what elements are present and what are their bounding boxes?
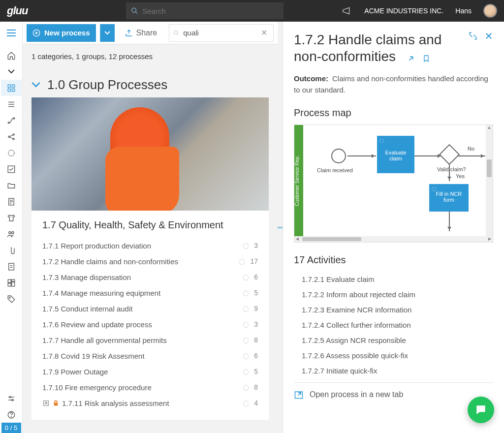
expand-icon[interactable] bbox=[469, 31, 477, 40]
help-icon[interactable] bbox=[1, 406, 22, 423]
list-item[interactable]: 1.7.5 Conduct internal audit◌9 bbox=[42, 301, 258, 316]
panel-resizer[interactable]: || bbox=[278, 22, 283, 433]
filter-input[interactable] bbox=[183, 29, 255, 37]
share-icon[interactable] bbox=[1, 128, 22, 145]
gateway[interactable] bbox=[439, 144, 460, 165]
arrow bbox=[458, 155, 485, 156]
diagram-hscrollbar[interactable]: ◀▶ bbox=[294, 236, 493, 242]
svg-rect-5 bbox=[12, 89, 14, 91]
breadcrumb: 1 categories, 1 groups, 12 processes bbox=[23, 44, 278, 68]
grid-icon[interactable] bbox=[1, 80, 22, 96]
user-name[interactable]: Hans bbox=[455, 7, 472, 15]
list-item[interactable]: 1.7.6 Review and update process◌3 bbox=[42, 316, 258, 332]
list-item[interactable]: 1.7.1 Report production deviation◌3 bbox=[42, 238, 258, 253]
activity-item[interactable]: 1.7.2.1 Evaluate claim bbox=[294, 272, 493, 287]
lock-icon bbox=[53, 400, 59, 407]
svg-rect-27 bbox=[11, 282, 14, 286]
subgroup-title[interactable]: 1.7 Quality, Health, Safety & Environmen… bbox=[42, 219, 258, 231]
svg-point-13 bbox=[13, 138, 14, 140]
no-label: No bbox=[468, 146, 474, 152]
open-new-tab-label: Open process in a new tab bbox=[310, 390, 403, 399]
list-item[interactable]: 1.7.10 Fire emergency procedure◌8 bbox=[42, 379, 258, 395]
chat-icon bbox=[474, 403, 487, 416]
external-link-icon[interactable] bbox=[407, 54, 415, 63]
attachment-icon[interactable] bbox=[1, 242, 22, 258]
document-icon[interactable] bbox=[1, 258, 22, 275]
search-icon bbox=[173, 29, 179, 37]
chevron-down-icon bbox=[104, 31, 110, 35]
check-icon[interactable] bbox=[1, 161, 22, 177]
collapse-icon[interactable] bbox=[32, 82, 40, 89]
start-event[interactable] bbox=[331, 149, 346, 163]
activity-item[interactable]: 1.7.2.6 Assess possible quick-fix bbox=[294, 348, 493, 363]
share-arrow-icon bbox=[125, 29, 133, 37]
new-process-button[interactable]: New process bbox=[27, 24, 96, 42]
filter-search[interactable]: ✕ bbox=[169, 24, 274, 42]
search-input[interactable] bbox=[142, 7, 279, 15]
svg-point-10 bbox=[13, 118, 14, 119]
draft-icon bbox=[42, 400, 50, 407]
svg-point-21 bbox=[11, 231, 14, 234]
announce-icon[interactable] bbox=[342, 5, 352, 16]
flow-icon[interactable] bbox=[1, 112, 22, 128]
settings-icon[interactable] bbox=[1, 390, 22, 406]
svg-rect-28 bbox=[8, 283, 11, 286]
close-icon[interactable] bbox=[484, 31, 493, 40]
home-icon[interactable] bbox=[1, 47, 22, 63]
list-item[interactable]: 1.7.7 Handle all governmental permits◌8 bbox=[42, 332, 258, 348]
svg-point-35 bbox=[11, 416, 11, 417]
arrow bbox=[449, 212, 450, 231]
tag-icon[interactable] bbox=[1, 291, 22, 307]
search-icon bbox=[131, 7, 138, 15]
task-evaluate[interactable]: Evaluate claim bbox=[377, 136, 414, 173]
new-process-dropdown[interactable] bbox=[100, 24, 115, 42]
svg-rect-4 bbox=[8, 89, 10, 91]
list-item[interactable]: 1.7.4 Manage measuring equipment◌5 bbox=[42, 285, 258, 301]
clear-filter-icon[interactable]: ✕ bbox=[259, 28, 269, 37]
refresh-icon[interactable] bbox=[1, 145, 22, 161]
shirt-icon[interactable] bbox=[1, 210, 22, 226]
folder-icon[interactable] bbox=[1, 177, 22, 193]
process-list: 1.7.1 Report production deviation◌3 1.7.… bbox=[42, 238, 258, 411]
activity-item[interactable]: 1.7.2.7 Initiate quick-fix bbox=[294, 363, 493, 378]
list-item[interactable]: 1.7.8 Covid 19 Risk Assesment◌6 bbox=[42, 348, 258, 364]
outcome: Outcome:Claims and non-conformities hand… bbox=[294, 73, 493, 95]
diagram-vscrollbar[interactable]: ▲ bbox=[486, 125, 493, 236]
process-diagram[interactable]: Customer Service Rep. Claim received Eva… bbox=[294, 124, 493, 243]
activity-item[interactable]: 1.7.2.5 Assign NCR responsible bbox=[294, 333, 493, 348]
svg-point-29 bbox=[9, 297, 10, 298]
chat-fab[interactable] bbox=[468, 397, 494, 423]
usage-counter: 0 / 5 bbox=[1, 423, 21, 433]
task-ncr[interactable]: Fill in NCR form bbox=[429, 184, 469, 212]
activities-header: 17 Activities bbox=[294, 254, 493, 266]
list-item[interactable]: 1.7.11 Risk analysis assessment◌4 bbox=[42, 395, 258, 411]
bookmark-icon[interactable] bbox=[422, 54, 430, 63]
activity-item[interactable]: 1.7.2.2 Inform about rejected claim bbox=[294, 287, 493, 302]
people-icon[interactable] bbox=[1, 226, 22, 242]
activity-item[interactable]: 1.7.2.4 Collect further information bbox=[294, 317, 493, 333]
svg-point-32 bbox=[9, 396, 11, 398]
yes-label: Yes bbox=[456, 173, 465, 179]
form-icon[interactable] bbox=[1, 193, 22, 210]
activity-item[interactable]: 1.7.2.3 Examine NCR information bbox=[294, 302, 493, 317]
arrow bbox=[347, 155, 376, 156]
hamburger-icon[interactable] bbox=[1, 26, 21, 40]
list-item[interactable]: 1.7.2 Handle claims and non-conformities… bbox=[42, 253, 258, 269]
share-button[interactable]: Share bbox=[119, 29, 163, 37]
svg-point-33 bbox=[11, 399, 13, 401]
list-icon[interactable] bbox=[1, 96, 22, 112]
chevron-down-icon[interactable] bbox=[1, 63, 22, 80]
company-name[interactable]: ACME INDUSTRIES INC. bbox=[364, 7, 443, 15]
app-logo[interactable]: gluu bbox=[7, 4, 28, 17]
list-item[interactable]: 1.7.3 Manage dispensation◌6 bbox=[42, 269, 258, 285]
dashboard-icon[interactable] bbox=[1, 275, 22, 291]
svg-point-9 bbox=[8, 122, 9, 124]
list-item[interactable]: 1.7.9 Power Outage◌5 bbox=[42, 364, 258, 379]
detail-title: 1.7.2 Handle claims and non-conformities bbox=[294, 31, 463, 64]
global-search[interactable] bbox=[126, 2, 284, 19]
open-new-tab-button[interactable]: Open process in a new tab bbox=[294, 382, 493, 406]
svg-rect-25 bbox=[8, 279, 11, 282]
group-image bbox=[32, 97, 269, 211]
avatar[interactable] bbox=[483, 4, 497, 18]
svg-point-14 bbox=[8, 150, 14, 156]
